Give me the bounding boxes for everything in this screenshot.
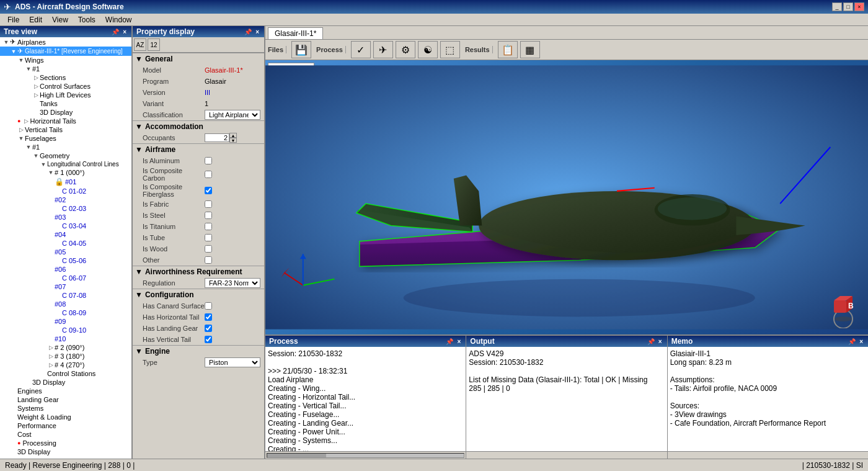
- aluminum-checkbox[interactable]: [205, 157, 212, 164]
- tree-item-node07[interactable]: #07: [55, 282, 131, 291]
- prop-section-engine[interactable]: ▼ Engine: [133, 345, 264, 357]
- tree-item-high-lift[interactable]: ▷ High Lift Devices: [32, 91, 131, 99]
- comp-fiberglass-checkbox[interactable]: [205, 187, 212, 194]
- tree-item-node05[interactable]: #05: [55, 248, 131, 256]
- tree-item-fuselages[interactable]: ▼ Fuselages: [0, 134, 131, 143]
- tube-checkbox[interactable]: [205, 234, 212, 241]
- htail-checkbox[interactable]: [205, 313, 212, 321]
- close-button[interactable]: ×: [854, 2, 864, 11]
- tree-item-glasair[interactable]: ▼ ✈ Glasair-III-1* [Reverse Engineering]: [0, 47, 131, 56]
- tree-item-c0607[interactable]: C 06-07: [55, 274, 131, 282]
- other-checkbox[interactable]: [205, 256, 212, 264]
- occupants-input[interactable]: [205, 133, 229, 142]
- tree-item-3ddisplay-fus[interactable]: 3D Display: [32, 378, 131, 387]
- tree-item-section-000[interactable]: ▼ # 1 (000°): [40, 168, 131, 177]
- menu-tools[interactable]: Tools: [73, 14, 100, 25]
- tree-item-c0102[interactable]: C 01-02: [55, 187, 131, 195]
- tree-item-htails[interactable]: ● ▷ Horizontal Tails: [0, 117, 131, 125]
- menu-edit[interactable]: Edit: [24, 14, 47, 25]
- process-button[interactable]: ☯: [418, 41, 438, 58]
- canard-checkbox[interactable]: [205, 302, 212, 310]
- tree-item-processing[interactable]: ● Processing: [17, 439, 131, 447]
- tree-content[interactable]: ▼ ✈ Airplanes ▼ ✈ Glasair-III-1* [Revers…: [0, 37, 131, 459]
- tree-item-long-ctrl[interactable]: ▼ Longitudinal Control Lines: [40, 160, 131, 168]
- tree-item-vtails[interactable]: ▷ Vertical Tails: [0, 125, 131, 134]
- tree-item-c0910[interactable]: C 09-10: [55, 326, 131, 334]
- tree-item-engines[interactable]: Engines: [17, 387, 131, 395]
- prop-panel-close[interactable]: ×: [254, 29, 260, 35]
- prop-section-airframe[interactable]: ▼ Airframe: [133, 143, 264, 155]
- output-close[interactable]: ×: [657, 338, 663, 345]
- process-pin[interactable]: 📌: [445, 338, 454, 345]
- tree-item-c0708[interactable]: C 07-08: [55, 291, 131, 300]
- tree-item-wing1[interactable]: ▼ #1: [0, 65, 131, 73]
- tree-item-c0809[interactable]: C 08-09: [55, 308, 131, 317]
- nav-cube[interactable]: B: [825, 291, 862, 328]
- tree-item-node10[interactable]: #10: [55, 334, 131, 343]
- 3d-viewport[interactable]: Perspective: [265, 60, 868, 334]
- comp-carbon-checkbox[interactable]: [205, 171, 212, 178]
- window-controls[interactable]: _ □ ×: [832, 2, 864, 11]
- tree-item-section-090[interactable]: ▷ # 2 (090°): [40, 343, 131, 352]
- output-pin[interactable]: 📌: [646, 338, 656, 345]
- tree-item-node09[interactable]: #09: [55, 317, 131, 326]
- tree-item-geometry[interactable]: ▼ Geometry: [32, 151, 131, 160]
- tree-item-cost[interactable]: Cost: [17, 430, 131, 439]
- tree-panel-pin[interactable]: 📌: [110, 29, 120, 35]
- validate-button[interactable]: ✓: [351, 41, 371, 58]
- tree-item-wings[interactable]: ▼ Wings: [0, 56, 131, 65]
- tree-item-landing-gear[interactable]: Landing Gear: [17, 395, 131, 404]
- spinner-up[interactable]: ▲: [229, 133, 237, 138]
- tree-item-weight[interactable]: Weight & Loading: [17, 413, 131, 421]
- tree-item-node08[interactable]: #08: [55, 300, 131, 308]
- fly-button[interactable]: ✈: [373, 41, 393, 58]
- report-button[interactable]: 📋: [498, 41, 518, 58]
- tree-item-node02[interactable]: #02: [55, 195, 131, 204]
- prop-sort-alpha[interactable]: AZ: [134, 38, 146, 51]
- tree-item-airplanes[interactable]: ▼ ✈ Airplanes: [0, 37, 131, 47]
- maximize-button[interactable]: □: [843, 2, 853, 11]
- tree-item-c0203[interactable]: C 02-03: [55, 204, 131, 213]
- tree-item-sections[interactable]: ▷ Sections: [32, 73, 131, 82]
- menu-view[interactable]: View: [47, 14, 73, 25]
- wood-checkbox[interactable]: [205, 245, 212, 253]
- tree-item-c0304[interactable]: C 03-04: [55, 222, 131, 230]
- tree-item-c0506[interactable]: C 05-06: [55, 256, 131, 265]
- fabric-checkbox[interactable]: [205, 200, 212, 208]
- prop-section-airworthiness[interactable]: ▼ Airworthiness Requirement: [133, 266, 264, 277]
- tree-item-3ddisplay-wing[interactable]: 3D Display: [32, 108, 131, 117]
- tree-item-tanks[interactable]: Tanks: [32, 99, 131, 108]
- prop-section-configuration[interactable]: ▼ Configuration: [133, 289, 264, 300]
- tree-panel-close[interactable]: ×: [122, 29, 128, 35]
- tree-item-section-270[interactable]: ▷ # 4 (270°): [40, 361, 131, 369]
- tree-item-fus1[interactable]: ▼ #1: [0, 143, 131, 151]
- tree-item-c0405[interactable]: C 04-05: [55, 239, 131, 248]
- tree-item-performance[interactable]: Performance: [17, 421, 131, 430]
- memo-close[interactable]: ×: [858, 338, 864, 345]
- glasair-tab[interactable]: Glasair-III-1*: [268, 27, 323, 39]
- grid-button[interactable]: ▦: [520, 41, 540, 58]
- process-close[interactable]: ×: [456, 338, 462, 345]
- menu-window[interactable]: Window: [100, 14, 137, 25]
- titanium-checkbox[interactable]: [205, 223, 212, 230]
- steel-checkbox[interactable]: [205, 212, 212, 219]
- save-button[interactable]: 💾: [291, 41, 311, 58]
- export-button[interactable]: ⬚: [440, 41, 460, 58]
- prop-section-accommodation[interactable]: ▼ Accommodation: [133, 120, 264, 132]
- vtail-checkbox[interactable]: [205, 336, 212, 343]
- regulation-select[interactable]: FAR-23 Normal: [205, 278, 260, 288]
- tree-item-systems[interactable]: Systems: [17, 404, 131, 413]
- spinner-down[interactable]: ▼: [229, 138, 237, 143]
- prop-sort-num[interactable]: 12: [148, 38, 160, 51]
- prop-panel-pin[interactable]: 📌: [243, 29, 253, 35]
- tree-item-node06[interactable]: #06: [55, 265, 131, 274]
- settings-button[interactable]: ⚙: [396, 41, 415, 58]
- landinggear-checkbox[interactable]: [205, 325, 212, 332]
- occupants-spinner[interactable]: ▲ ▼: [205, 133, 237, 143]
- memo-pin[interactable]: 📌: [847, 338, 857, 345]
- prop-section-general[interactable]: ▼ General: [133, 53, 264, 65]
- tree-item-node01[interactable]: 🔒 #01: [55, 177, 131, 187]
- tree-item-control-surfaces[interactable]: ▷ Control Surfaces: [32, 82, 131, 91]
- tree-item-node03[interactable]: #03: [55, 213, 131, 222]
- classification-select[interactable]: Light Airplane: [205, 110, 260, 120]
